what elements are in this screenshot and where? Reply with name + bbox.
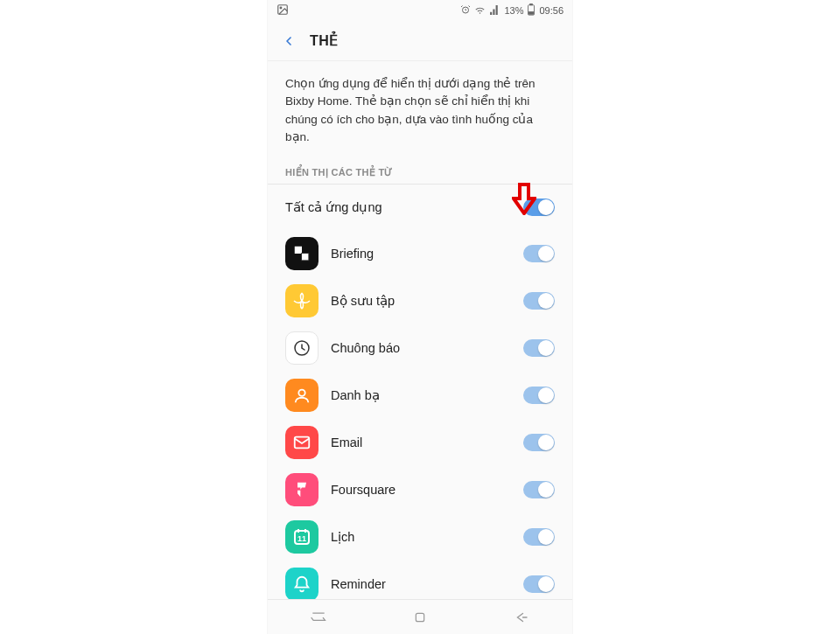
back-button[interactable]	[280, 32, 298, 50]
description-text: Chọn ứng dụng để hiển thị dưới dạng thẻ …	[268, 61, 572, 160]
svg-rect-5	[529, 12, 534, 15]
header: THẺ	[268, 21, 572, 61]
svg-rect-8	[302, 254, 308, 260]
app-row-foursquare[interactable]: Foursquare	[268, 466, 572, 513]
svg-rect-6	[295, 247, 302, 254]
calendar-icon: 11	[285, 520, 318, 554]
app-toggle-gallery[interactable]	[523, 292, 555, 310]
nav-home-button[interactable]	[398, 605, 442, 630]
content-area: Chọn ứng dụng để hiển thị dưới dạng thẻ …	[268, 61, 572, 599]
foursquare-icon	[285, 473, 318, 506]
svg-point-10	[298, 390, 304, 396]
alarm-icon	[285, 331, 318, 365]
app-label: Lịch	[331, 530, 511, 544]
page-title: THẺ	[310, 32, 339, 49]
app-row-reminder[interactable]: Reminder	[268, 561, 572, 599]
master-toggle-row: Tất cả ứng dụng	[268, 185, 572, 230]
svg-rect-14	[416, 613, 424, 621]
battery-icon	[527, 3, 536, 17]
nav-back-button[interactable]	[500, 605, 543, 630]
master-toggle-label: Tất cả ứng dụng	[285, 200, 511, 214]
app-list: Tất cả ứng dụng Briefing Bộ sưu tập	[268, 185, 572, 599]
nav-recent-button[interactable]	[297, 605, 340, 630]
app-toggle-briefing[interactable]	[523, 245, 555, 262]
phone-frame: 13% 09:56 THẺ Chọn ứng dụng để hiển thị …	[267, 0, 573, 634]
app-row-briefing[interactable]: Briefing	[268, 230, 572, 277]
gallery-icon	[285, 284, 318, 317]
app-row-email[interactable]: Email	[268, 419, 572, 466]
battery-percent: 13%	[504, 5, 523, 16]
app-row-gallery[interactable]: Bộ sưu tập	[268, 277, 572, 324]
app-toggle-email[interactable]	[523, 434, 555, 451]
navigation-bar	[268, 599, 572, 634]
app-toggle-contacts[interactable]	[523, 387, 555, 404]
app-label: Danh bạ	[331, 388, 511, 402]
app-toggle-calendar[interactable]	[523, 528, 555, 546]
contacts-icon	[285, 379, 318, 412]
svg-text:11: 11	[298, 534, 306, 543]
status-time: 09:56	[539, 5, 564, 16]
email-icon	[285, 426, 318, 459]
app-row-calendar[interactable]: 11 Lịch	[268, 513, 572, 561]
section-header: HIỂN THỊ CÁC THẺ TỪ	[268, 160, 572, 185]
app-toggle-foursquare[interactable]	[523, 481, 555, 498]
status-bar: 13% 09:56	[268, 0, 572, 21]
app-label: Foursquare	[331, 483, 511, 497]
master-toggle[interactable]	[523, 199, 555, 216]
status-image-icon	[276, 3, 289, 18]
briefing-icon	[285, 237, 318, 270]
app-row-contacts[interactable]: Danh bạ	[268, 372, 572, 419]
wifi-icon	[474, 4, 486, 17]
app-toggle-reminder[interactable]	[523, 575, 555, 593]
svg-rect-4	[530, 3, 533, 4]
alarm-status-icon	[460, 4, 471, 17]
app-row-alarm[interactable]: Chuông báo	[268, 324, 572, 372]
app-label: Chuông báo	[331, 341, 511, 355]
svg-point-1	[280, 7, 282, 9]
signal-icon	[489, 4, 500, 17]
app-label: Briefing	[331, 247, 511, 261]
app-toggle-alarm[interactable]	[523, 339, 555, 357]
app-label: Reminder	[331, 577, 511, 591]
reminder-icon	[285, 568, 318, 599]
app-label: Email	[331, 435, 511, 449]
app-label: Bộ sưu tập	[331, 294, 511, 308]
